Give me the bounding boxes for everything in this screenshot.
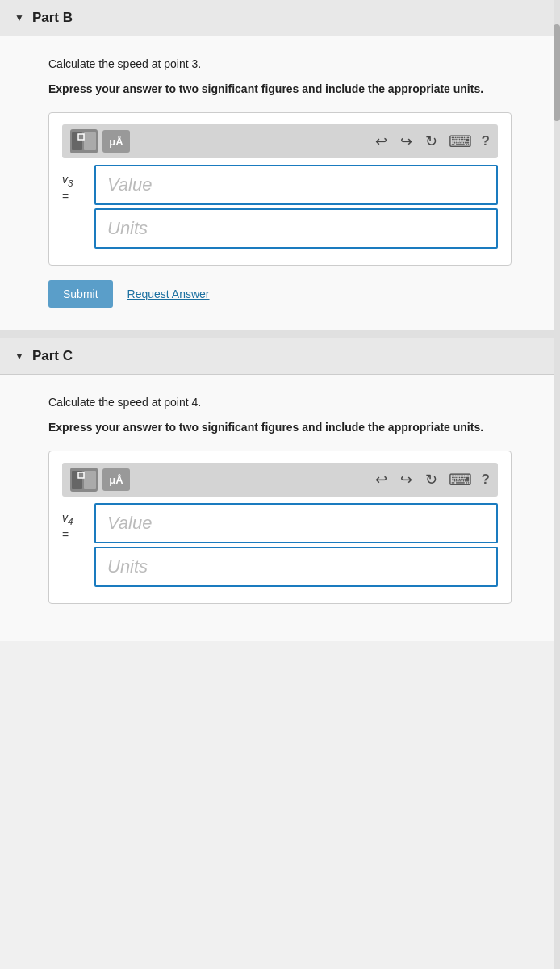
units-placeholder-c: Units	[107, 556, 148, 577]
part-c-title: Part C	[32, 348, 73, 364]
units-placeholder: Units	[107, 218, 148, 239]
keyboard-icon[interactable]: ⌨	[449, 132, 472, 151]
help-icon[interactable]: ?	[482, 133, 490, 149]
keyboard-icon-c[interactable]: ⌨	[449, 470, 472, 489]
greek-icon-c[interactable]: μÅ	[102, 468, 130, 491]
part-b-request-answer-link[interactable]: Request Answer	[127, 287, 210, 300]
part-b-question-line1: Calculate the speed at point 3.	[48, 56, 512, 73]
chevron-down-icon-c[interactable]: ▼	[15, 350, 24, 362]
part-c-toolbar-left: μÅ	[70, 468, 366, 492]
equals-sign-c: =	[62, 528, 69, 541]
svg-rect-5	[78, 472, 84, 478]
greek-label: μÅ	[109, 136, 123, 148]
part-c-body: Calculate the speed at point 4. Express …	[0, 375, 560, 641]
greek-icon[interactable]: μÅ	[102, 130, 130, 153]
svg-rect-1	[84, 132, 96, 150]
part-b-section: ▼ Part B Calculate the speed at point 3.…	[0, 0, 560, 330]
part-c-header: ▼ Part C	[0, 338, 560, 375]
part-b-units-input[interactable]: Units	[94, 208, 498, 249]
help-icon-c[interactable]: ?	[482, 472, 490, 488]
redo-button-c[interactable]: ↪	[399, 469, 414, 490]
part-b-answer-box: μÅ ↩ ↪ ↻ ⌨ ? v3 = Va	[48, 112, 512, 266]
part-b-body: Calculate the speed at point 3. Express …	[0, 36, 560, 330]
part-b-variable-label: v3 =	[62, 165, 86, 203]
svg-rect-4	[84, 471, 96, 489]
part-c-fields: Value Units	[94, 503, 498, 587]
part-c-question-line1: Calculate the speed at point 4.	[48, 394, 512, 411]
value-placeholder: Value	[107, 174, 152, 195]
undo-button-c[interactable]: ↩	[374, 469, 389, 490]
variable-name: v3	[62, 173, 73, 188]
equals-sign: =	[62, 190, 69, 203]
formula-icon-c[interactable]	[70, 468, 98, 492]
part-c-question-line2: Express your answer to two significant f…	[48, 419, 512, 436]
undo-button[interactable]: ↩	[374, 131, 389, 152]
part-c-toolbar: μÅ ↩ ↪ ↻ ⌨ ?	[62, 463, 498, 497]
part-c-input-area: v4 = Value Units	[62, 503, 498, 587]
part-b-header: ▼ Part B	[0, 0, 560, 36]
scrollbar-track	[554, 0, 560, 969]
part-b-toolbar-left: μÅ	[70, 129, 366, 153]
part-b-question-line2: Express your answer to two significant f…	[48, 81, 512, 98]
part-b-input-area: v3 = Value Units	[62, 165, 498, 249]
part-c-section: ▼ Part C Calculate the speed at point 4.…	[0, 338, 560, 641]
greek-label-c: μÅ	[109, 474, 123, 486]
chevron-down-icon[interactable]: ▼	[15, 12, 24, 23]
part-b-action-row: Submit Request Answer	[48, 280, 512, 308]
refresh-button[interactable]: ↻	[424, 131, 439, 152]
part-c-answer-box: μÅ ↩ ↪ ↻ ⌨ ? v4 = Va	[48, 451, 512, 604]
section-divider	[0, 330, 560, 338]
part-b-toolbar-right: ↩ ↪ ↻ ⌨ ?	[374, 131, 490, 152]
scrollbar-thumb[interactable]	[554, 24, 560, 121]
svg-rect-2	[78, 134, 84, 140]
part-b-toolbar: μÅ ↩ ↪ ↻ ⌨ ?	[62, 124, 498, 158]
part-c-toolbar-right: ↩ ↪ ↻ ⌨ ?	[374, 469, 490, 490]
formula-icon[interactable]	[70, 129, 98, 153]
redo-button[interactable]: ↪	[399, 131, 414, 152]
part-c-units-input[interactable]: Units	[94, 547, 498, 587]
variable-name-c: v4	[62, 511, 73, 526]
part-c-variable-label: v4 =	[62, 503, 86, 541]
refresh-button-c[interactable]: ↻	[424, 469, 439, 490]
part-b-value-input[interactable]: Value	[94, 165, 498, 205]
part-b-submit-button[interactable]: Submit	[48, 280, 113, 308]
part-b-title: Part B	[32, 10, 73, 26]
part-b-fields: Value Units	[94, 165, 498, 249]
value-placeholder-c: Value	[107, 513, 152, 534]
part-c-value-input[interactable]: Value	[94, 503, 498, 543]
